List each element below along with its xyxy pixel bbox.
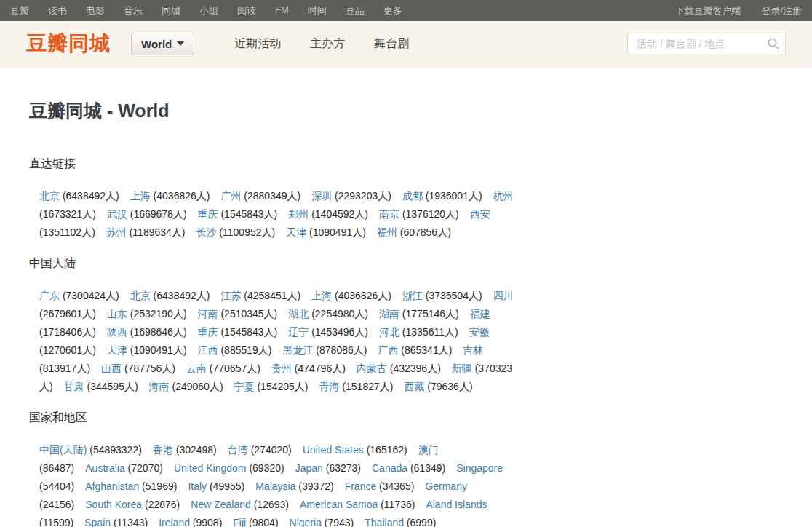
place-link[interactable]: 台湾 — [228, 444, 248, 456]
place-link[interactable]: 四川 — [493, 290, 514, 301]
place-link[interactable]: 江西 — [198, 344, 218, 356]
login-register-link[interactable]: 登录/注册 — [761, 4, 802, 17]
douban-events-logo[interactable]: 豆瓣同城 — [26, 30, 111, 58]
topbar-link[interactable]: 豆瓣 — [10, 4, 29, 17]
place-link[interactable]: New Zealand — [191, 499, 251, 510]
place-link[interactable]: 上海 — [130, 190, 151, 202]
top-navigation-bar: 豆瓣读书电影音乐同城小组阅读FM时间豆品更多 下载豆瓣客户端 登录/注册 — [0, 0, 812, 21]
site-header: 豆瓣同城 World 近期活动主办方舞台剧 — [0, 21, 812, 67]
place-link[interactable]: United Kingdom — [174, 462, 247, 474]
search-icon[interactable] — [767, 37, 780, 50]
place-link[interactable]: 青海 — [319, 381, 339, 392]
place-link[interactable]: 重庆 — [198, 208, 218, 220]
place-count: (1936001人) — [423, 190, 482, 202]
place-link[interactable]: 甘肃 — [64, 381, 84, 392]
place-link[interactable]: Nigeria — [290, 517, 322, 527]
place-link[interactable]: American Samoa — [300, 499, 378, 510]
place-link[interactable]: Fiji — [233, 517, 246, 527]
place-link[interactable]: 陕西 — [107, 326, 127, 338]
place-link[interactable]: 北京 — [39, 190, 60, 202]
search-input[interactable] — [627, 33, 786, 55]
place-link[interactable]: 湖南 — [379, 308, 399, 320]
place-link[interactable]: 南京 — [379, 208, 399, 220]
place-link[interactable]: Italy — [188, 480, 207, 492]
place-link[interactable]: 深圳 — [311, 190, 332, 202]
place-link[interactable]: 湖北 — [288, 308, 309, 320]
place-link[interactable]: 广州 — [220, 190, 241, 202]
topbar-link[interactable]: 时间 — [308, 4, 327, 17]
topbar-link[interactable]: 豆品 — [346, 4, 365, 17]
place-link[interactable]: Germany — [425, 480, 467, 492]
place-link[interactable]: Singapore — [456, 462, 503, 474]
place-link[interactable]: Japan — [295, 462, 323, 474]
place-link[interactable]: South Korea — [85, 499, 142, 510]
place-link[interactable]: 宁夏 — [234, 381, 255, 392]
place-link[interactable]: 山西 — [101, 362, 122, 374]
place-count: (154205人) — [255, 381, 309, 392]
place-link[interactable]: Australia — [85, 462, 124, 474]
place-link[interactable]: 内蒙古 — [357, 362, 387, 374]
place-link[interactable]: 贵州 — [271, 362, 292, 374]
place-link[interactable]: 武汉 — [107, 208, 127, 220]
place-link[interactable]: 天津 — [107, 344, 127, 356]
place-link[interactable]: 黑龙江 — [282, 344, 313, 356]
place-link[interactable]: 河北 — [379, 326, 399, 338]
place-link[interactable]: 福建 — [470, 308, 490, 320]
place-link-item: 天津 (1090491人) — [286, 226, 366, 238]
city-selector-button[interactable]: World — [131, 33, 194, 55]
place-link[interactable]: Afghanistan — [85, 480, 139, 492]
place-link[interactable]: 辽宁 — [288, 326, 309, 338]
place-count: (9908) — [190, 517, 222, 527]
place-link[interactable]: 云南 — [186, 362, 207, 374]
place-link[interactable]: 吉林 — [463, 344, 483, 356]
place-link[interactable]: United States — [303, 444, 364, 456]
topbar-link[interactable]: 读书 — [48, 4, 67, 17]
place-link[interactable]: Thailand — [365, 517, 404, 527]
place-link[interactable]: Ireland — [159, 517, 190, 527]
place-link[interactable]: 香港 — [153, 444, 173, 456]
place-link[interactable]: 郑州 — [288, 208, 309, 220]
place-link[interactable]: 广西 — [378, 344, 398, 356]
place-link[interactable]: 苏州 — [106, 226, 127, 238]
header-nav-link[interactable]: 舞台剧 — [374, 36, 409, 52]
place-link-item: 中国(大陆) (54893322) — [39, 444, 142, 456]
topbar-link[interactable]: 小组 — [199, 4, 218, 17]
place-link[interactable]: 新疆 — [452, 362, 472, 374]
place-link[interactable]: France — [345, 480, 377, 492]
place-link[interactable]: Spain — [84, 517, 111, 527]
place-link[interactable]: Aland Islands — [426, 499, 487, 510]
topbar-link[interactable]: 音乐 — [124, 4, 143, 17]
place-link[interactable]: 澳门 — [418, 444, 439, 456]
place-link[interactable]: 江苏 — [220, 290, 241, 301]
place-count: (1453496人) — [309, 326, 368, 338]
header-nav-link[interactable]: 主办方 — [310, 36, 345, 52]
place-link[interactable]: Canada — [372, 462, 407, 474]
place-link[interactable]: 福州 — [377, 226, 397, 238]
place-link[interactable]: 上海 — [311, 290, 332, 301]
topbar-link[interactable]: 电影 — [86, 4, 105, 17]
place-link[interactable]: 西藏 — [404, 381, 424, 392]
place-link[interactable]: 山东 — [107, 308, 127, 320]
topbar-link[interactable]: 同城 — [162, 4, 180, 17]
place-link[interactable]: 中国(大陆) — [39, 444, 87, 456]
place-link[interactable]: 成都 — [402, 190, 423, 202]
topbar-link[interactable]: 更多 — [383, 4, 402, 17]
place-link[interactable]: 长沙 — [196, 226, 216, 238]
header-nav-link[interactable]: 近期活动 — [234, 36, 281, 52]
place-link[interactable]: 海南 — [149, 381, 170, 392]
place-link[interactable]: 北京 — [130, 290, 151, 301]
place-link[interactable]: 杭州 — [493, 190, 514, 202]
place-link[interactable]: 西安 — [470, 208, 490, 220]
place-link[interactable]: 河南 — [198, 308, 218, 320]
place-count: (61349) — [407, 462, 445, 474]
place-link[interactable]: Malaysia — [255, 480, 295, 492]
place-link[interactable]: 浙江 — [402, 290, 423, 301]
place-link[interactable]: 重庆 — [198, 326, 218, 338]
place-link[interactable]: 广东 — [39, 290, 60, 301]
place-link[interactable]: 天津 — [286, 226, 306, 238]
location-section: 直达链接北京 (6438492人)上海 (4036826人)广州 (288034… — [29, 156, 783, 242]
download-client-link[interactable]: 下载豆瓣客户端 — [674, 4, 741, 17]
topbar-link[interactable]: FM — [275, 4, 289, 17]
topbar-link[interactable]: 阅读 — [237, 4, 256, 17]
place-link[interactable]: 安徽 — [469, 326, 490, 338]
